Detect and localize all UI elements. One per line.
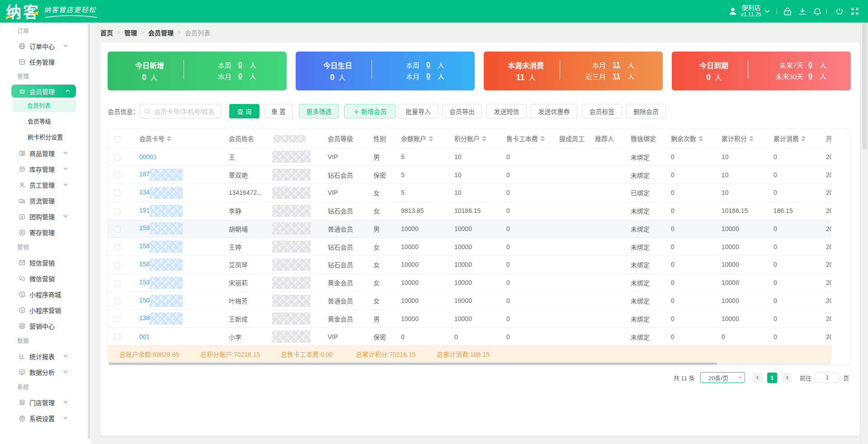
svg-text:纳客管店更轻松: 纳客管店更轻松 [44,6,96,14]
svg-text:纳客: 纳客 [6,4,40,21]
svg-text:寄: 寄 [20,230,24,234]
